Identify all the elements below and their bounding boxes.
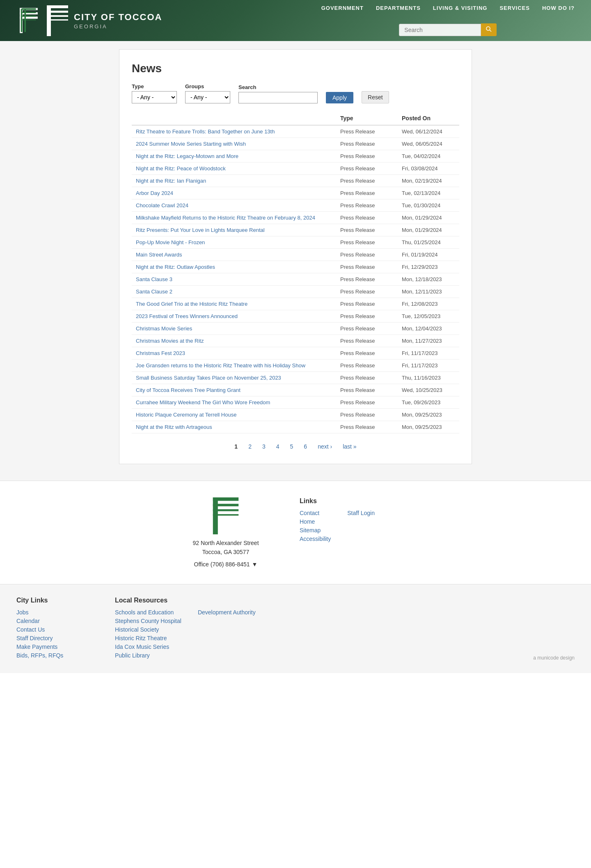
search-filter-input[interactable] <box>238 92 318 103</box>
city-link-payments[interactable]: Make Payments <box>16 644 98 650</box>
news-link-22[interactable]: Currahee Military Weekend The Girl Who W… <box>136 399 270 405</box>
news-link-12[interactable]: Santa Clause 3 <box>136 276 172 282</box>
page-2[interactable]: 2 <box>244 442 256 451</box>
news-link-14[interactable]: The Good Grief Trio at the Historic Ritz… <box>136 301 247 307</box>
search-input[interactable] <box>399 24 481 36</box>
row-type-cell: Press Release <box>336 175 398 187</box>
page-last[interactable]: last » <box>339 442 360 451</box>
news-link-10[interactable]: Main Street Awards <box>136 252 182 258</box>
header-navigation: GOVERNMENT DEPARTMENTS LIVING & VISITING… <box>321 5 575 36</box>
news-link-18[interactable]: Christmas Fest 2023 <box>136 350 185 356</box>
news-link-8[interactable]: Ritz Presents: Put Your Love in Lights M… <box>136 227 265 233</box>
news-link-6[interactable]: Chocolate Crawl 2024 <box>136 202 188 208</box>
page-6[interactable]: 6 <box>300 442 311 451</box>
news-link-16[interactable]: Christmas Movie Series <box>136 325 192 332</box>
site-logo[interactable]: .tl { fill: white; } CITY OF TOCCOA GEOR… <box>16 5 162 36</box>
row-title-cell: Night at the Ritz: Legacy-Motown and Mor… <box>132 150 336 163</box>
news-link-5[interactable]: Arbor Day 2024 <box>136 190 173 196</box>
type-select[interactable]: - Any - <box>132 91 177 103</box>
groups-label: Groups <box>185 83 230 89</box>
news-link-20[interactable]: Small Business Saturday Takes Place on N… <box>136 375 281 381</box>
row-type-cell: Press Release <box>336 199 398 212</box>
page-3[interactable]: 3 <box>258 442 270 451</box>
reset-button[interactable]: Reset <box>362 91 389 103</box>
row-type-cell: Press Release <box>336 150 398 163</box>
city-link-staff[interactable]: Staff Directory <box>16 635 98 641</box>
news-link-24[interactable]: Night at the Ritz with Artrageous <box>136 424 212 430</box>
local-link-library[interactable]: Public Library <box>115 652 181 659</box>
local-link-historical[interactable]: Historical Society <box>115 626 181 633</box>
local-link-dev[interactable]: Development Authority <box>198 609 256 616</box>
nav-services[interactable]: SERVICES <box>499 5 530 11</box>
row-date-cell: Fri, 12/29/2023 <box>398 261 459 273</box>
row-title-cell: Night at the Ritz: Peace of Woodstock <box>132 163 336 175</box>
news-link-21[interactable]: City of Toccoa Receives Tree Planting Gr… <box>136 387 241 393</box>
news-link-1[interactable]: 2024 Summer Movie Series Starting with W… <box>136 141 246 147</box>
row-title-cell: Currahee Military Weekend The Girl Who W… <box>132 396 336 409</box>
row-title-cell: Milkshake Mayfield Returns to the Histor… <box>132 212 336 224</box>
row-title-cell: Pop-Up Movie Night - Frozen <box>132 236 336 249</box>
nav-government[interactable]: GOVERNMENT <box>321 5 364 11</box>
content-box: News Type - Any - Groups - Any - Search … <box>119 49 472 464</box>
toccoa-T-logo: .tl { fill: white; } <box>45 5 70 36</box>
news-link-3[interactable]: Night at the Ritz: Peace of Woodstock <box>136 165 226 172</box>
footer-link-home[interactable]: Home <box>300 518 331 525</box>
row-date-cell: Tue, 12/05/2023 <box>398 310 459 323</box>
nav-how[interactable]: HOW DO I? <box>542 5 575 11</box>
city-link-bids[interactable]: Bids, RFPs, RFQs <box>16 652 98 659</box>
row-title-cell: Night at the Ritz: Ian Flanigan <box>132 175 336 187</box>
site-header: .tl { fill: white; } CITY OF TOCCOA GEOR… <box>0 0 591 41</box>
search-button[interactable] <box>481 23 497 36</box>
row-date-cell: Mon, 01/29/2024 <box>398 224 459 236</box>
news-link-4[interactable]: Night at the Ritz: Ian Flanigan <box>136 178 206 184</box>
local-link-schools[interactable]: Schools and Education <box>115 609 181 616</box>
page-5[interactable]: 5 <box>286 442 298 451</box>
local-link-ritz[interactable]: Historic Ritz Theatre <box>115 635 181 641</box>
search-icon <box>486 26 492 32</box>
city-link-calendar[interactable]: Calendar <box>16 618 98 624</box>
footer-link-accessibility[interactable]: Accessibility <box>300 536 331 542</box>
city-link-jobs[interactable]: Jobs <box>16 609 98 616</box>
footer-phone[interactable]: Office (706) 886-8451 ▼ <box>194 561 258 568</box>
footer-link-contact[interactable]: Contact <box>300 510 331 516</box>
main-wrapper: News Type - Any - Groups - Any - Search … <box>0 41 591 481</box>
row-date-cell: Thu, 01/25/2024 <box>398 236 459 249</box>
row-title-cell: Santa Clause 3 <box>132 273 336 286</box>
apply-button[interactable]: Apply <box>326 92 353 103</box>
page-current: 1 <box>230 442 242 451</box>
nav-departments[interactable]: DEPARTMENTS <box>376 5 421 11</box>
row-date-cell: Mon, 11/27/2023 <box>398 335 459 347</box>
nav-living[interactable]: LIVING & VISITING <box>433 5 488 11</box>
footer-logo-icon <box>209 497 242 534</box>
news-link-11[interactable]: Night at the Ritz: Outlaw Apostles <box>136 264 215 270</box>
table-row: Joe Gransden returns to the Historic Rit… <box>132 360 459 372</box>
row-date-cell: Fri, 12/08/2023 <box>398 298 459 310</box>
row-title-cell: Night at the Ritz with Artrageous <box>132 421 336 433</box>
news-link-23[interactable]: Historic Plaque Ceremony at Terrell Hous… <box>136 412 236 418</box>
svg-rect-14 <box>47 19 68 21</box>
local-link-ida[interactable]: Ida Cox Music Series <box>115 644 181 650</box>
footer-link-sitemap[interactable]: Sitemap <box>300 527 331 534</box>
row-type-cell: Press Release <box>336 236 398 249</box>
footer-link-staff-login[interactable]: Staff Login <box>347 510 375 516</box>
footer-links-title: Links <box>300 497 423 505</box>
news-link-0[interactable]: Ritz Theatre to Feature Trolls: Band Tog… <box>136 128 275 135</box>
news-link-7[interactable]: Milkshake Mayfield Returns to the Histor… <box>136 215 315 221</box>
news-link-17[interactable]: Christmas Movies at the Ritz <box>136 338 204 344</box>
footer-phone-text: Office (706) 886-8451 <box>194 561 250 568</box>
news-link-15[interactable]: 2023 Festival of Trees Winners Announced <box>136 313 238 319</box>
city-link-contact[interactable]: Contact Us <box>16 626 98 633</box>
table-row: Night at the Ritz: Ian Flanigan Press Re… <box>132 175 459 187</box>
news-link-9[interactable]: Pop-Up Movie Night - Frozen <box>136 239 205 245</box>
local-link-hospital[interactable]: Stephens County Hospital <box>115 618 181 624</box>
news-link-19[interactable]: Joe Gransden returns to the Historic Rit… <box>136 362 305 369</box>
table-row: City of Toccoa Receives Tree Planting Gr… <box>132 384 459 396</box>
table-row: Ritz Theatre to Feature Trolls: Band Tog… <box>132 125 459 138</box>
news-link-2[interactable]: Night at the Ritz: Legacy-Motown and Mor… <box>136 153 238 159</box>
page-4[interactable]: 4 <box>272 442 284 451</box>
page-next[interactable]: next › <box>314 442 336 451</box>
news-link-13[interactable]: Santa Clause 2 <box>136 289 172 295</box>
svg-rect-12 <box>47 11 68 13</box>
groups-select[interactable]: - Any - <box>185 91 230 103</box>
municode-link[interactable]: a municode design <box>533 655 575 661</box>
